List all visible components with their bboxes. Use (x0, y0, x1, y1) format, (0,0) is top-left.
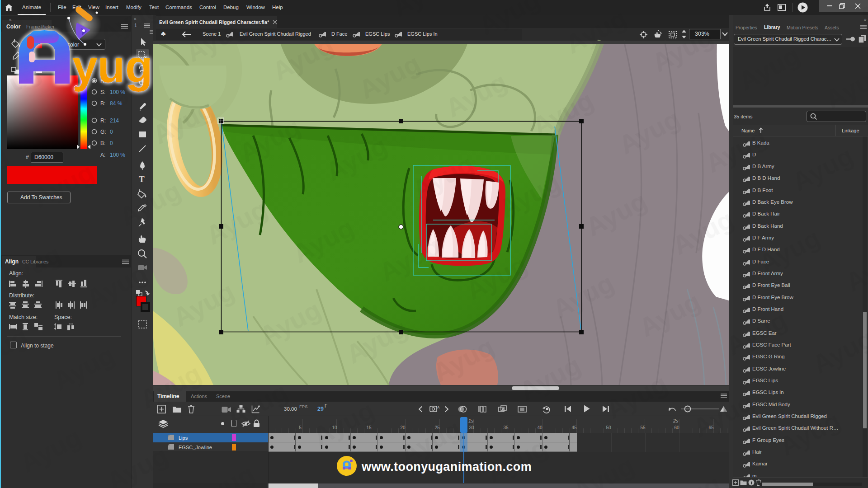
svg-text:A: A (437, 405, 440, 409)
